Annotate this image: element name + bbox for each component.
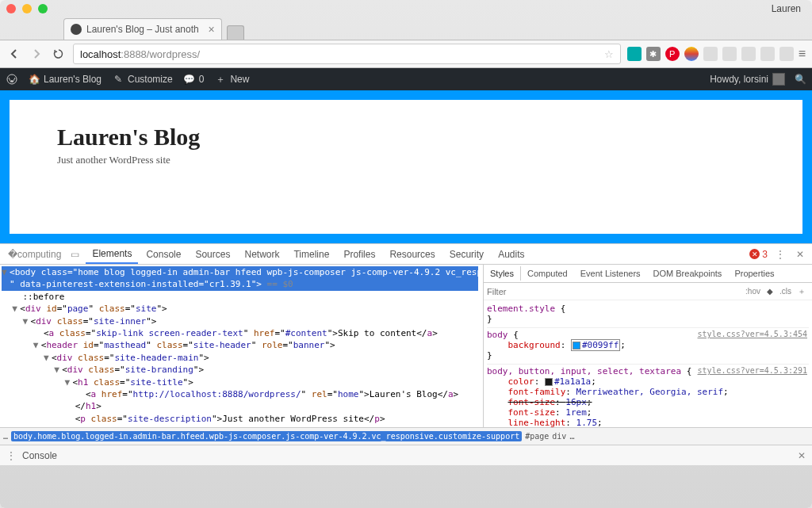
url-host: localhost [80, 48, 121, 60]
comment-count: 0 [199, 74, 205, 85]
page-body: Lauren's Blog Just another WordPress sit… [0, 90, 812, 243]
site-title[interactable]: Lauren's Blog [57, 124, 795, 151]
wp-admin-bar: 🏠Lauren's Blog ✎Customize 💬0 ＋New Howdy,… [0, 68, 812, 90]
drawer-menu-icon[interactable]: ⋮ [6, 450, 22, 461]
bookmark-star-icon[interactable]: ☆ [604, 48, 614, 60]
reload-button[interactable] [51, 46, 67, 62]
tab-sources[interactable]: Sources [189, 246, 236, 263]
dollar-zero: == $0 [267, 279, 293, 289]
toolbar: localhost:8888/wordpress/ ☆ ✱ P ≡ [0, 40, 812, 68]
devtools-tabs: �computing ▭ Elements Console Sources Ne… [0, 244, 812, 265]
plus-icon: ＋ [215, 74, 226, 85]
admin-site-name: Lauren's Blog [44, 74, 102, 85]
error-badge[interactable]: ✕3 [749, 249, 768, 260]
titlebar: Lauren [0, 0, 812, 17]
extension-icon[interactable] [703, 47, 718, 61]
tab-security[interactable]: Security [443, 246, 490, 263]
favicon-icon [71, 24, 82, 35]
new-tab-button[interactable] [227, 25, 244, 40]
tab-timeline[interactable]: Timeline [287, 246, 335, 263]
inspect-icon[interactable]: �computing [5, 249, 64, 260]
extension-icons: ✱ P ≡ [627, 47, 806, 61]
browser-tab[interactable]: Lauren's Blog – Just anoth × [63, 18, 222, 40]
new-label: New [230, 74, 249, 85]
device-icon[interactable]: ▭ [66, 249, 84, 260]
bc-ellipsis[interactable]: … [3, 432, 8, 441]
error-count: 3 [762, 249, 768, 260]
url-path: /wordpress/ [147, 48, 200, 60]
new-link[interactable]: ＋New [215, 74, 249, 85]
devtools-body: ▼<body class="home blog logged-in admin-… [0, 265, 812, 427]
dom-tree[interactable]: ▼<body class="home blog logged-in admin-… [0, 265, 483, 427]
error-icon: ✕ [749, 249, 760, 259]
menu-icon[interactable]: ≡ [799, 47, 806, 61]
extension-icon[interactable] [722, 47, 737, 61]
console-drawer-label[interactable]: Console [22, 450, 57, 461]
comments-link[interactable]: 💬0 [184, 74, 205, 85]
close-window-button[interactable] [6, 4, 16, 13]
minimize-window-button[interactable] [22, 4, 32, 13]
bc-item[interactable]: #page [525, 432, 549, 441]
source-link[interactable]: style.css?ver=4.5.3:454 [698, 330, 807, 338]
brush-icon: ✎ [113, 74, 124, 85]
tab-title: Lauren's Blog – Just anoth [86, 24, 199, 35]
bc-item[interactable]: … [569, 432, 574, 441]
tab-properties[interactable]: Properties [728, 266, 780, 281]
tab-dom-breakpoints[interactable]: DOM Breakpoints [647, 266, 729, 281]
close-drawer-icon[interactable]: ✕ [798, 450, 806, 461]
site-name-link[interactable]: 🏠Lauren's Blog [29, 74, 102, 85]
home-icon: 🏠 [29, 74, 40, 85]
devtools-menu-icon[interactable]: ⋮ [769, 249, 791, 260]
before-pseudo: ::before [23, 292, 65, 302]
pin-attr: data-pinterest-extension-installed [20, 279, 198, 289]
extension-icon[interactable] [760, 47, 775, 61]
extension-icon[interactable] [627, 47, 642, 61]
source-link[interactable]: style.css?ver=4.5.3:291 [698, 366, 807, 375]
maximize-window-button[interactable] [38, 4, 48, 13]
customize-link[interactable]: ✎Customize [113, 74, 173, 85]
window-controls [6, 4, 48, 13]
sidebar-tabs: Styles Computed Event Listeners DOM Brea… [484, 265, 812, 283]
styles-pane[interactable]: element.style {} style.css?ver=4.5.3:454… [484, 300, 812, 427]
back-button[interactable] [6, 46, 22, 62]
new-style-rule-icon[interactable]: ＋ [795, 286, 809, 297]
cls-toggle[interactable]: .cls [776, 287, 795, 296]
search-icon[interactable]: 🔍 [795, 74, 806, 85]
address-bar[interactable]: localhost:8888/wordpress/ ☆ [73, 44, 621, 64]
howdy-link[interactable]: Howdy, lorsini [710, 73, 785, 86]
browser-window: Lauren Lauren's Blog – Just anoth × loca… [0, 0, 812, 508]
extension-icon[interactable] [741, 47, 756, 61]
customize-label: Customize [128, 74, 173, 85]
profile-name[interactable]: Lauren [772, 3, 806, 14]
filter-row: :hov ◆ .cls ＋ [484, 283, 812, 300]
bc-active[interactable]: body.home.blog.logged-in.admin-bar.hfeed… [11, 431, 522, 441]
tab-console[interactable]: Console [140, 246, 187, 263]
chrome-icon[interactable] [684, 47, 699, 61]
tab-audits[interactable]: Audits [492, 246, 530, 263]
tab-elements[interactable]: Elements [86, 245, 138, 264]
tab-profiles[interactable]: Profiles [337, 246, 381, 263]
bc-item[interactable]: div [552, 432, 566, 441]
pinterest-icon[interactable]: P [665, 47, 680, 61]
tab-computed[interactable]: Computed [521, 266, 574, 281]
tab-styles[interactable]: Styles [484, 266, 521, 281]
tabstrip: Lauren's Blog – Just anoth × [0, 17, 812, 40]
site-description: Just another WordPress site [57, 154, 795, 166]
tab-network[interactable]: Network [238, 246, 285, 263]
tab-resources[interactable]: Resources [383, 246, 441, 263]
devtools: �computing ▭ Elements Console Sources Ne… [0, 243, 812, 465]
rule-selector: element.style [487, 304, 555, 314]
howdy-text: Howdy, lorsini [710, 74, 768, 85]
dom-breadcrumb[interactable]: … body.home.blog.logged-in.admin-bar.hfe… [0, 427, 812, 445]
filter-input[interactable] [487, 287, 742, 296]
pin-val: cr1.39.1 [209, 279, 251, 289]
hov-toggle[interactable]: :hov [742, 287, 764, 296]
close-devtools-icon[interactable]: ✕ [793, 249, 807, 260]
close-tab-icon[interactable]: × [209, 23, 215, 36]
tab-event-listeners[interactable]: Event Listeners [574, 266, 647, 281]
avatar [772, 73, 785, 86]
forward-button[interactable] [29, 46, 44, 62]
wordpress-logo-icon[interactable] [6, 74, 17, 85]
extension-icon[interactable]: ✱ [646, 47, 661, 61]
extension-icon[interactable] [779, 47, 794, 61]
